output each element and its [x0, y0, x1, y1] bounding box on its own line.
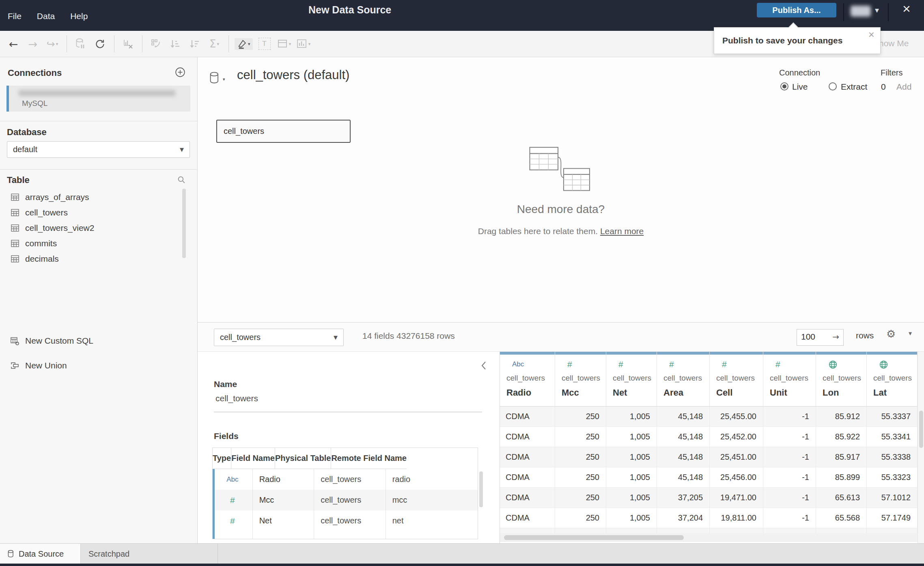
replay-icon[interactable]: ↪▾: [45, 36, 60, 52]
tab-data-source[interactable]: Data Source: [0, 544, 81, 564]
sidebar-table-item[interactable]: decimals: [0, 251, 191, 267]
name-value-field[interactable]: cell_towers: [215, 394, 258, 403]
sidebar-table-item[interactable]: cell_towers_view2: [0, 220, 191, 236]
menu-item[interactable]: Help: [70, 11, 88, 21]
datasource-tab-icon: [8, 550, 14, 558]
table-list-scrollbar[interactable]: [182, 189, 186, 258]
grid-cell: 55.3338: [867, 447, 918, 467]
redo-icon[interactable]: →: [25, 36, 41, 52]
grid-row: CDMA2501,00537,20519,471.00-165.61357.10…: [500, 488, 924, 508]
titlebar-separator: [888, 3, 889, 21]
grid-row: CDMA2501,00545,14825,455.00-185.91255.33…: [500, 407, 924, 427]
datasource-caret-icon[interactable]: ▾: [223, 77, 225, 82]
grid-cell: CDMA: [500, 447, 555, 467]
highlight-icon[interactable]: ▾: [235, 36, 253, 52]
grid-vertical-scrollbar[interactable]: [918, 352, 924, 543]
learn-more-link[interactable]: Learn more: [600, 226, 644, 236]
sort-descending-icon[interactable]: [187, 36, 202, 52]
refresh-icon[interactable]: [92, 36, 108, 52]
avatar-caret-icon[interactable]: ▼: [875, 7, 879, 13]
canvas-table-cell-towers[interactable]: cell_towers: [216, 120, 351, 143]
sidebar-table-item[interactable]: arrays_of_arrays: [0, 189, 191, 205]
connection-item[interactable]: MySQL: [6, 86, 190, 112]
grid-collapse-chevron-icon[interactable]: ▾: [909, 329, 912, 337]
grid-cell: 57.1749: [867, 508, 918, 528]
grid-column-header-mcc[interactable]: #cell_towersMcc: [555, 352, 606, 407]
grid-cell: 65.568: [816, 508, 867, 528]
grid-cell: -1: [763, 488, 816, 508]
tooltip-close-icon[interactable]: ×: [868, 28, 874, 41]
window-bottom-edge: [0, 564, 924, 566]
column-selection-bar: [500, 352, 555, 355]
grid-table-select[interactable]: cell_towers ▼: [214, 329, 344, 346]
user-avatar[interactable]: [851, 6, 871, 17]
grid-cell: 250: [555, 407, 606, 426]
sort-ascending-icon[interactable]: [168, 36, 183, 52]
empty-state-title: Need more data?: [419, 203, 703, 216]
new-custom-sql[interactable]: New Custom SQL: [0, 333, 93, 349]
name-label: Name: [214, 379, 237, 389]
connection-type-label: MySQL: [22, 99, 47, 108]
grid-cell: 19,471.00: [710, 488, 763, 508]
sidebar-table-item[interactable]: commits: [0, 236, 191, 251]
grid-column-header-lon[interactable]: cell_towersLon: [816, 352, 867, 407]
grid-cell: 250: [555, 508, 606, 528]
collapse-panel-icon[interactable]: [481, 361, 487, 372]
live-radio[interactable]: [780, 82, 788, 90]
grid-cell: 250: [555, 528, 606, 533]
grid-column-header-lat[interactable]: cell_towersLat: [867, 352, 918, 407]
column-selection-bar: [555, 352, 606, 355]
data-preview-grid: Abccell_towersRadio#cell_towersMcc#cell_…: [500, 352, 924, 543]
swap-rows-columns-icon[interactable]: [148, 36, 164, 52]
field-type-icon: Abc: [213, 469, 253, 490]
column-selection-bar: [606, 352, 657, 355]
grid-column-header-cell[interactable]: #cell_towersCell: [710, 352, 763, 407]
window-title: New Data Source: [308, 4, 391, 16]
grid-column-header-net[interactable]: #cell_towersNet: [606, 352, 657, 407]
grid-cell: 250: [555, 467, 606, 487]
fit-icon[interactable]: ▾: [276, 36, 292, 52]
filters-add-button[interactable]: Add: [896, 82, 911, 92]
fields-scrollbar[interactable]: [479, 471, 483, 507]
menu-item[interactable]: File: [8, 11, 22, 21]
grid-cell: 85.917: [816, 447, 867, 467]
sidebar-table-item[interactable]: cell_towers: [0, 205, 191, 220]
datasource-icon[interactable]: [209, 72, 220, 86]
grid-settings-gear-icon[interactable]: ⚙: [886, 328, 896, 340]
field-row[interactable]: # Net cell_towers net: [213, 510, 478, 531]
column-selection-bar: [867, 352, 917, 355]
grid-cell: 1,005: [606, 467, 657, 487]
totals-icon[interactable]: Σ▾: [207, 36, 222, 52]
show-mark-labels-icon[interactable]: ▾: [296, 36, 311, 52]
menu-item[interactable]: Data: [37, 11, 55, 21]
column-selection-bar: [816, 352, 866, 355]
database-select[interactable]: default ▼: [7, 141, 190, 158]
grid-column-header-area[interactable]: #cell_towersArea: [657, 352, 710, 407]
grid-column-header-unit[interactable]: #cell_towersUnit: [763, 352, 816, 407]
new-union[interactable]: New Union: [0, 358, 67, 373]
extract-radio[interactable]: [829, 82, 837, 90]
undo-icon[interactable]: ←: [6, 36, 21, 52]
grid-column-header-radio[interactable]: Abccell_towersRadio: [500, 352, 555, 407]
grid-cell: 250: [555, 488, 606, 508]
row-count-input[interactable]: [801, 332, 829, 342]
relationship-canvas: ▾ cell_towers (default) Connection Live …: [198, 57, 924, 322]
apply-row-count-icon[interactable]: →: [832, 332, 839, 342]
pause-updates-icon[interactable]: [73, 36, 88, 52]
table-icon: [11, 254, 19, 263]
tab-scratchpad[interactable]: Scratchpad: [81, 544, 218, 564]
grid-cell: 25,452.00: [710, 427, 763, 447]
text-label-icon[interactable]: T: [257, 36, 272, 52]
field-row[interactable]: Abc Radio cell_towers radio: [213, 469, 478, 490]
grid-cell: 45,148: [657, 467, 710, 487]
field-row-summary: 14 fields 43276158 rows: [362, 331, 455, 341]
add-connection-icon[interactable]: [175, 67, 185, 79]
grid-horizontal-scrollbar[interactable]: [500, 533, 918, 542]
clear-sheet-icon[interactable]: [120, 36, 136, 52]
publish-tooltip: Publish to save your changes ×: [714, 27, 881, 54]
window-close-icon[interactable]: ×: [902, 2, 911, 15]
search-icon[interactable]: [177, 176, 185, 185]
field-type-icon: #: [213, 510, 253, 531]
publish-as-button[interactable]: Publish As...: [757, 3, 836, 17]
field-row[interactable]: # Mcc cell_towers mcc: [213, 490, 478, 510]
